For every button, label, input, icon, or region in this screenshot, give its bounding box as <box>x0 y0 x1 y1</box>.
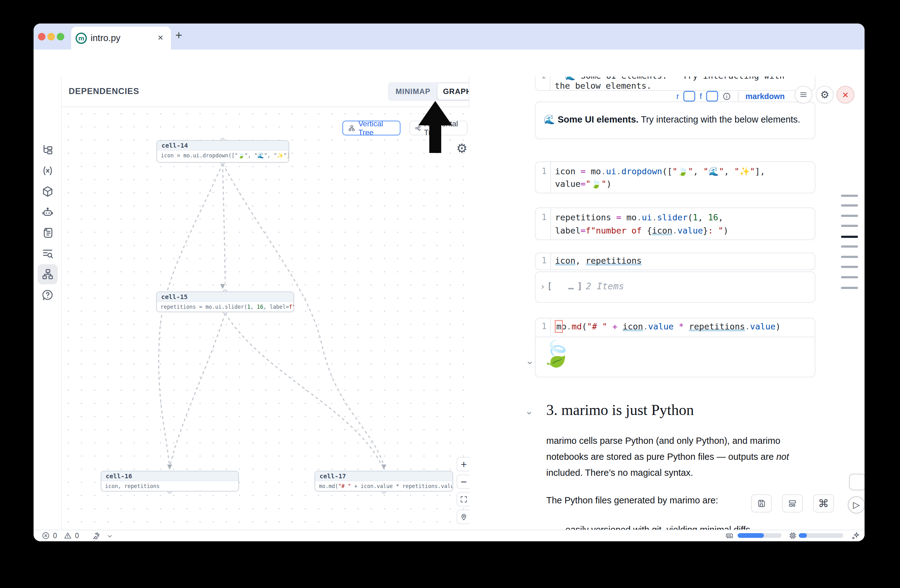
gear-icon: ⚙ <box>820 89 829 101</box>
tab-close-icon[interactable]: × <box>158 32 163 43</box>
cell-nav-dash[interactable] <box>841 204 858 207</box>
cell-nav-dash[interactable] <box>841 215 858 217</box>
logs-icon[interactable] <box>41 227 54 239</box>
help-icon[interactable] <box>41 289 54 301</box>
f-toggle-checkbox[interactable] <box>706 91 718 102</box>
r-toggle-checkbox[interactable] <box>683 91 695 102</box>
graph-node-cell-15[interactable]: cell-15 repetitions = mo.ui.slider(1, 16… <box>156 291 294 312</box>
ai-assistant-icon[interactable] <box>41 206 54 218</box>
graph-settings-gear-icon[interactable]: ⚙ <box>456 141 467 155</box>
cell-nav-dash[interactable] <box>841 225 858 227</box>
snippets-search-icon[interactable] <box>41 247 54 260</box>
code-line[interactable]: label=f"number of {icon.value}: ") <box>555 226 728 235</box>
errors-icon[interactable] <box>42 532 50 540</box>
run-all-button[interactable]: ▷ <box>848 496 864 514</box>
line-number: 1 <box>536 76 546 80</box>
save-icon <box>757 499 766 508</box>
code-line[interactable]: **🌊 Some UI elements.** Try interacting … <box>555 76 785 81</box>
status-bar: 0 0 <box>34 530 864 541</box>
graph-node-cell-14[interactable]: cell-14 icon = mo.ui.dropdown(["🍃", "🌊",… <box>157 140 289 162</box>
disconnected-plug-icon[interactable] <box>92 531 101 540</box>
cpu-usage-bar <box>799 533 843 538</box>
browser-window: m intro.py × + localhost:2718 Guest <box>34 23 864 541</box>
cell-nav-dash[interactable] <box>841 266 858 268</box>
fit-view-button[interactable] <box>456 492 469 506</box>
zoom-in-button[interactable]: + <box>456 457 469 471</box>
line-number: 1 <box>537 256 546 265</box>
node-code: repetitions = mo.ui.slider(1, 16, label=… <box>157 302 293 311</box>
md-call-cell[interactable]: 1 mo.md("# " + icon.value * repetitions.… <box>535 318 815 378</box>
code-line[interactable]: the below elements. <box>555 81 652 91</box>
cell-collapse-chevron-icon[interactable]: ⌄ <box>526 355 534 367</box>
dependencies-panel-header: DEPENDENCIES MINIMAP GRAPH × <box>62 76 469 107</box>
code-line[interactable]: mo.md("# " + icon.value * repetitions.va… <box>556 322 781 331</box>
cell-nav-dash[interactable] <box>841 245 858 248</box>
toolbar-divider <box>738 91 739 101</box>
scroll-target-button[interactable] <box>849 473 864 491</box>
traffic-zoom-button[interactable] <box>57 33 64 40</box>
layout-toggle-button[interactable] <box>782 494 803 512</box>
expand-chevron-icon[interactable]: › <box>540 282 545 292</box>
traffic-minimize-button[interactable] <box>47 33 55 40</box>
md-call-editor[interactable]: 1 mo.md("# " + icon.value * repetitions.… <box>535 319 815 337</box>
node-title: cell-16 <box>101 471 238 481</box>
dependency-graph-canvas[interactable]: Vertical Tree Horizontal Tree ⚙ cell-14 … <box>62 107 469 530</box>
locate-button[interactable] <box>456 510 469 524</box>
notebook-pane: 1 **🌊 Some UI elements.** Try interactin… <box>469 76 864 530</box>
horizontal-tree-button[interactable]: Horizontal Tree <box>409 121 467 135</box>
file-explorer-icon[interactable] <box>41 144 54 156</box>
zoom-out-button[interactable]: − <box>456 475 469 489</box>
packages-icon[interactable] <box>41 185 54 198</box>
cell-nav-dash[interactable] <box>841 256 858 258</box>
f-toggle-label[interactable]: f <box>700 92 702 101</box>
node-code: icon = mo.ui.dropdown(["🍃", "🌊", "✨"], v… <box>157 150 289 162</box>
cell-nav-dash[interactable] <box>841 287 858 289</box>
tuple-cell-editor[interactable]: 1 icon, repetitions <box>535 253 815 270</box>
traffic-close-button[interactable] <box>38 33 45 40</box>
keyboard-shortcuts-button[interactable]: ⌘ <box>813 494 834 512</box>
code-line[interactable]: icon, repetitions <box>555 256 642 266</box>
items-summary: 2 Items <box>586 281 624 291</box>
view-toggle: MINIMAP GRAPH <box>388 82 479 101</box>
shutdown-button[interactable]: × <box>836 86 854 104</box>
graph-node-cell-16[interactable]: cell-16 icon, repetitions <box>101 471 239 492</box>
section-collapse-chevron-icon[interactable]: ⌄ <box>525 405 534 417</box>
memory-usage-fill <box>737 533 764 538</box>
markdown-cell-output: 🌊 Some UI elements. Try interacting with… <box>535 102 815 139</box>
hamburger-icon <box>799 90 808 99</box>
ai-sparkle-icon[interactable] <box>851 531 860 540</box>
save-button[interactable] <box>751 494 772 512</box>
markdown-output-text: 🌊 Some UI elements. Try interacting with… <box>544 114 800 125</box>
slider-cell-editor[interactable]: 1 repetitions = mo.ui.slider(1, 16, labe… <box>535 207 815 240</box>
variables-icon[interactable] <box>41 164 54 177</box>
notebook-settings-button[interactable]: ⚙ <box>816 86 833 104</box>
warnings-icon[interactable] <box>64 532 72 540</box>
notebook-menu-button[interactable] <box>794 86 812 104</box>
cell-nav-dash[interactable] <box>841 195 858 197</box>
new-tab-button[interactable]: + <box>175 28 182 42</box>
language-label[interactable]: markdown <box>745 92 785 101</box>
code-line[interactable]: icon = mo.ui.dropdown(["🍃", "🌊", "✨"], <box>555 166 765 176</box>
fullscreen-icon <box>460 495 468 503</box>
code-line[interactable]: value="🍃") <box>555 179 611 189</box>
dependency-graph-icon[interactable] <box>41 268 54 280</box>
graph-node-cell-17[interactable]: cell-17 mo.md("# " + icon.value * repeti… <box>315 471 453 492</box>
code-line[interactable]: repetitions = mo.ui.slider(1, 16, <box>555 212 723 222</box>
cell-nav-dash-active[interactable] <box>841 236 858 238</box>
browser-tabstrip: m intro.py × + <box>34 23 864 50</box>
errors-count[interactable]: 0 <box>53 532 57 540</box>
warnings-count[interactable]: 0 <box>75 532 79 540</box>
chevron-down-icon[interactable] <box>106 533 113 540</box>
dropdown-cell-editor[interactable]: 1 icon = mo.ui.dropdown(["🍃", "🌊", "✨"],… <box>535 161 815 193</box>
leaf-emoji-output: 🍃 <box>541 339 572 368</box>
line-number: 1 <box>537 166 546 176</box>
cell-nav-dash[interactable] <box>841 276 858 279</box>
cell-info-icon[interactable] <box>723 92 731 101</box>
node-title: cell-15 <box>157 292 293 302</box>
browser-tab[interactable]: m intro.py × <box>71 27 171 50</box>
vertical-tree-button[interactable]: Vertical Tree <box>343 121 400 135</box>
tab-minimap[interactable]: MINIMAP <box>388 82 438 101</box>
panel-title: DEPENDENCIES <box>69 87 139 96</box>
memory-usage-bar <box>737 533 782 538</box>
r-toggle-label[interactable]: r <box>677 92 679 101</box>
